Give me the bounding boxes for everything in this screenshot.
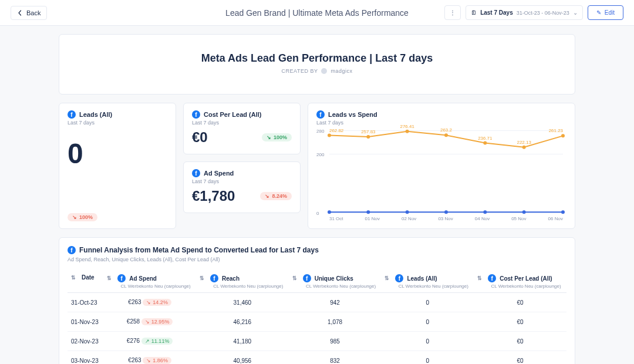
trend-down-icon: ↘ (145, 319, 150, 325)
card-title: Cost Per Lead (All) (204, 111, 261, 118)
card-title: Leads (All) (79, 111, 112, 118)
column-header-reach[interactable]: ⇅fReachCL Werbekonto Neu (carplounge) (196, 268, 289, 293)
chart-point-label: 276.41 (400, 124, 415, 129)
chart-x-axis: 31 Oct01 Nov02 Nov03 Nov04 Nov05 Nov06 N… (329, 216, 563, 221)
cell-reach: 46,216 (196, 312, 289, 332)
chart-data-point (444, 210, 448, 214)
delta-value: 8.24% (272, 193, 287, 199)
x-tick-label: 05 Nov (511, 216, 526, 221)
column-header-cpl[interactable]: ⇅fCost Per Lead (All)CL Werbekonto Neu (… (474, 268, 566, 293)
column-header-clicks[interactable]: ⇅fUnique ClicksCL Werbekonto Neu (carplo… (289, 268, 382, 293)
edit-label: Edit (605, 9, 615, 16)
facebook-icon: f (192, 110, 200, 119)
more-menu-button[interactable]: ⋮ (444, 5, 461, 20)
cell-cpl: €0 (474, 312, 566, 332)
more-vertical-icon: ⋮ (450, 9, 456, 16)
chart-point-label: 261.23 (549, 128, 564, 133)
date-range-sub: 31-Oct-23 - 06-Nov-23 (517, 10, 569, 16)
facebook-icon: f (210, 274, 218, 282)
column-header-spend[interactable]: ⇅fAd SpendCL Werbekonto Neu (carplounge) (103, 268, 196, 293)
table-row: 31-Oct-23 €263 ↘14.2% 31,460 942 0 €0 (68, 293, 566, 312)
chart-point-label: 222.13 (517, 140, 532, 145)
column-header-date[interactable]: ⇅Date (68, 268, 103, 293)
card-subtitle: Last 7 days (68, 120, 167, 126)
cell-leads: 0 (381, 351, 474, 365)
funnel-title: Funnel Analysis from Meta Ad Spend to Co… (79, 246, 319, 254)
brand-logo-icon (321, 68, 327, 74)
card-subtitle: Last 7 days (192, 178, 292, 184)
chart-plot-area: 0200280 262.82257.83276.41263.2236.71222… (329, 130, 563, 213)
x-tick-label: 03 Nov (438, 216, 453, 221)
chevron-down-icon: ⌄ (573, 9, 578, 16)
created-by: CREATED BY madgicx (59, 68, 575, 74)
cell-clicks: 832 (289, 351, 382, 365)
cell-reach: 31,460 (196, 293, 289, 312)
date-range-picker[interactable]: 🗓 Last 7 Days 31-Oct-23 - 06-Nov-23 ⌄ (466, 5, 583, 20)
delta-chip: ↘100% (68, 213, 97, 221)
column-sublabel: CL Werbekonto Neu (carplounge) (119, 284, 193, 289)
cell-leads: 0 (381, 293, 474, 312)
cell-date: 31-Oct-23 (68, 293, 103, 312)
trend-up-icon: ↘ (267, 134, 271, 140)
chart-data-point (444, 133, 448, 137)
cell-clicks: 1,078 (289, 312, 382, 332)
column-label: Leads (All) (407, 275, 437, 282)
column-sublabel: CL Werbekonto Neu (carplounge) (304, 284, 378, 289)
sort-icon: ⇅ (107, 275, 112, 281)
cell-reach: 41,180 (196, 332, 289, 351)
chevron-left-icon (17, 10, 23, 16)
cell-date: 03-Nov-23 (68, 351, 103, 365)
y-tick-label: 200 (316, 152, 324, 157)
line-chart: 262.82257.83276.41263.2236.71222.13261.2… (329, 130, 563, 212)
table-row: 02-Nov-23 €276 ↗11.11% 41,180 985 0 €0 (68, 332, 566, 351)
sort-icon: ⇅ (200, 275, 204, 281)
chart-point-label: 263.2 (440, 127, 452, 133)
trend-down-icon: ↘ (72, 214, 77, 220)
cell-date: 01-Nov-23 (68, 312, 103, 332)
funnel-table: ⇅Date⇅fAd SpendCL Werbekonto Neu (carplo… (68, 268, 566, 364)
back-button[interactable]: Back (11, 6, 47, 20)
cell-clicks: 942 (289, 293, 382, 312)
x-tick-label: 31 Oct (329, 216, 343, 221)
card-funnel-analysis: fFunnel Analysis from Meta Ad Spend to C… (59, 237, 575, 364)
facebook-icon: f (68, 110, 76, 119)
metric-value: €1,780 (192, 188, 235, 204)
trend-down-icon: ↘ (265, 193, 269, 199)
column-sublabel: CL Werbekonto Neu (carplounge) (396, 284, 470, 289)
delta-value: 100% (274, 134, 287, 140)
table-row: 01-Nov-23 €258 ↘12.95% 46,216 1,078 0 €0 (68, 312, 566, 332)
cell-spend: €263 ↘1.86% (103, 351, 196, 365)
sort-icon: ⇅ (385, 275, 389, 281)
delta-chip: ↘1.86% (143, 357, 171, 364)
cell-leads: 0 (381, 312, 474, 332)
cell-clicks: 985 (289, 332, 382, 351)
chart-data-point (522, 210, 526, 214)
chart-data-point (561, 134, 565, 137)
cell-date: 02-Nov-23 (68, 332, 103, 351)
back-label: Back (26, 9, 41, 16)
chart-data-point (406, 210, 409, 214)
column-label: Cost Per Lead (All) (500, 275, 552, 282)
sort-icon: ⇅ (71, 275, 76, 281)
edit-button[interactable]: ✎ Edit (588, 5, 623, 20)
cell-cpl: €0 (474, 351, 566, 365)
column-label: Ad Spend (129, 275, 157, 282)
x-tick-label: 02 Nov (402, 216, 416, 221)
pencil-icon: ✎ (596, 9, 601, 16)
trend-down-icon: ↘ (146, 299, 151, 305)
delta-chip: ↘14.2% (143, 299, 171, 306)
chart-data-point (366, 135, 370, 139)
delta-chip: ↗11.11% (141, 338, 173, 345)
delta-value: 100% (79, 214, 93, 220)
cell-spend: €276 ↗11.11% (103, 332, 196, 351)
table-row: 03-Nov-23 €263 ↘1.86% 40,956 832 0 €0 (68, 351, 566, 365)
cell-leads: 0 (381, 332, 474, 351)
date-range-label: Last 7 Days (480, 9, 513, 16)
chart-data-point (522, 146, 526, 149)
chart-data-point (406, 130, 409, 133)
chart-point-label: 262.82 (329, 128, 344, 133)
column-header-leads[interactable]: ⇅fLeads (All)CL Werbekonto Neu (carploun… (381, 268, 474, 293)
hero-title: Meta Ads Lead Gen Performance | Last 7 d… (59, 52, 575, 65)
column-label: Reach (222, 275, 240, 282)
column-sublabel: CL Werbekonto Neu (carplounge) (489, 284, 563, 289)
